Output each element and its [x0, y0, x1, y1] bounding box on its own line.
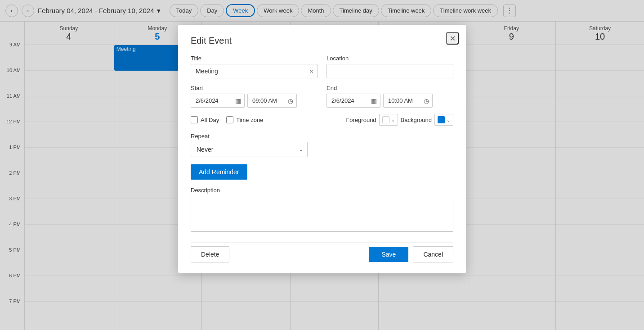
allday-checkbox-wrap[interactable]: All Day: [191, 116, 219, 123]
title-clear-button[interactable]: ✕: [309, 68, 314, 75]
description-group: Description: [191, 187, 453, 233]
end-date-wrap: ▦: [326, 94, 380, 108]
description-label: Description: [191, 187, 220, 194]
end-group: End ▦ ◷: [326, 85, 453, 108]
modal-footer: Delete Save Cancel: [191, 242, 453, 262]
start-inputs: ▦ ◷: [191, 94, 318, 108]
modal-close-button[interactable]: ✕: [446, 32, 459, 45]
end-time-input[interactable]: [383, 94, 433, 108]
delete-button[interactable]: Delete: [191, 246, 229, 262]
cancel-button[interactable]: Cancel: [413, 246, 453, 262]
start-date-wrap: ▦: [191, 94, 245, 108]
foreground-chevron-icon: ⌄: [391, 118, 395, 122]
repeat-select-wrap: Never Daily Weekly Monthly Yearly ⌄: [191, 142, 308, 157]
start-time-input[interactable]: [247, 94, 297, 108]
options-row: All Day Time zone Foreground ⌄ Backgroun…: [191, 114, 453, 126]
timezone-label: Time zone: [236, 117, 263, 123]
end-inputs: ▦ ◷: [326, 94, 453, 108]
foreground-color-select[interactable]: ⌄: [379, 114, 398, 126]
start-label: Start: [191, 85, 318, 91]
title-label: Title: [191, 55, 318, 62]
repeat-group: Repeat Never Daily Weekly Monthly Yearly…: [191, 133, 453, 157]
location-group: Location: [326, 55, 453, 78]
save-button[interactable]: Save: [369, 247, 408, 262]
start-group: Start ▦ ◷: [191, 85, 318, 108]
title-location-row: Title ✕ Location: [191, 55, 453, 78]
allday-label: All Day: [201, 117, 219, 123]
background-label: Background: [401, 117, 432, 123]
title-input[interactable]: [191, 64, 318, 78]
background-swatch: [438, 116, 445, 123]
foreground-swatch: [382, 116, 389, 123]
timezone-checkbox-wrap[interactable]: Time zone: [226, 116, 263, 123]
start-date-input[interactable]: [191, 94, 245, 108]
modal-title: Edit Event: [191, 36, 453, 46]
end-time-wrap: ◷: [383, 94, 433, 108]
background-chevron-icon: ⌄: [447, 118, 450, 122]
datetime-row: Start ▦ ◷ End ▦: [191, 85, 453, 108]
start-time-wrap: ◷: [247, 94, 297, 108]
allday-checkbox[interactable]: [191, 116, 198, 123]
footer-left: Delete: [191, 246, 364, 262]
end-date-input[interactable]: [326, 94, 380, 108]
title-input-wrap: ✕: [191, 64, 318, 78]
description-input[interactable]: [191, 196, 453, 232]
repeat-select[interactable]: Never Daily Weekly Monthly Yearly: [191, 142, 308, 157]
repeat-label: Repeat: [191, 133, 210, 140]
modal-overlay: Edit Event ✕ Title ✕ Location Start: [0, 0, 644, 330]
foreground-label: Foreground: [346, 117, 376, 123]
add-reminder-button[interactable]: Add Reminder: [191, 164, 247, 180]
end-label: End: [326, 85, 453, 91]
background-color-select[interactable]: ⌄: [434, 114, 453, 126]
location-input[interactable]: [326, 64, 453, 78]
edit-event-modal: Edit Event ✕ Title ✕ Location Start: [178, 25, 466, 273]
color-group: Foreground ⌄ Background ⌄: [346, 114, 453, 126]
title-group: Title ✕: [191, 55, 318, 78]
location-label: Location: [326, 55, 453, 62]
timezone-checkbox[interactable]: [226, 116, 233, 123]
